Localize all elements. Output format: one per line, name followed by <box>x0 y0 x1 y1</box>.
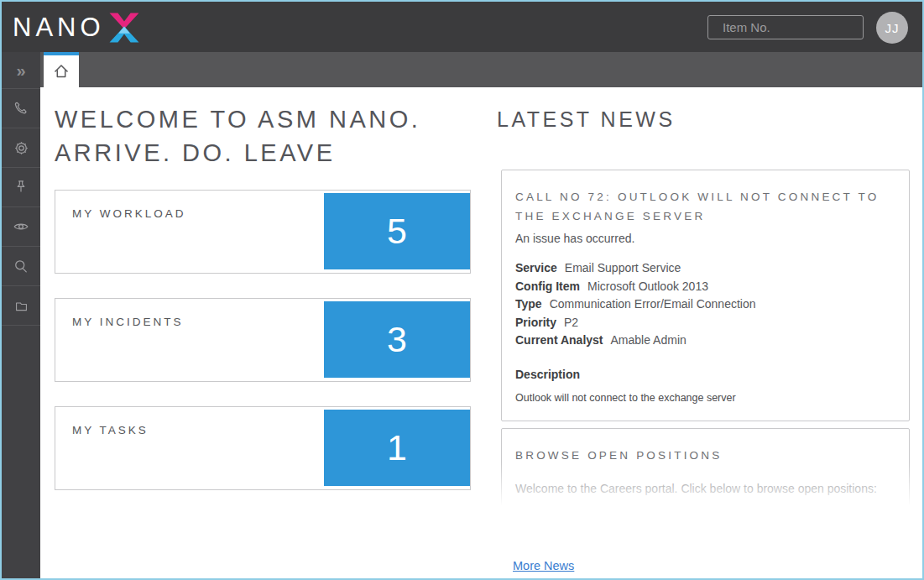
news-item-intro: Welcome to the Careers portal. Click bel… <box>515 482 895 495</box>
field-priority: Priority P2 <box>515 314 895 332</box>
field-label: Config Item <box>515 278 580 296</box>
sidebar-item-windows[interactable] <box>2 286 40 326</box>
main-content: WELCOME TO ASM NANO. ARRIVE. DO. LEAVE M… <box>40 87 922 578</box>
my-incidents-card[interactable]: MY INCIDENTS 3 <box>55 298 471 382</box>
sidebar-item-settings[interactable] <box>2 128 40 168</box>
sidebar-item-pinned[interactable] <box>2 168 40 207</box>
logo-text: NANO <box>13 14 105 40</box>
item-search-input[interactable] <box>723 20 890 34</box>
my-workload-card[interactable]: MY WORKLOAD 5 <box>55 190 471 274</box>
latest-news-heading: LATEST NEWS <box>497 107 676 132</box>
pin-icon <box>13 179 29 196</box>
field-config-item: Config Item Microsoft Outlook 2013 <box>515 278 895 296</box>
welcome-heading: WELCOME TO ASM NANO. ARRIVE. DO. LEAVE <box>55 102 420 170</box>
news-item-title[interactable]: CALL NO 72: OUTLOOK WILL NOT CONNECT TO … <box>515 187 895 226</box>
nano-logo[interactable]: NANO <box>13 10 140 44</box>
field-service: Service Email Support Service <box>515 259 895 278</box>
counter-cards: MY WORKLOAD 5 MY INCIDENTS 3 MY TASKS 1 <box>55 190 471 515</box>
gear-icon <box>13 139 30 157</box>
field-label: Type <box>515 295 542 314</box>
field-current-analyst: Current Analyst Amable Admin <box>515 332 895 350</box>
news-item-fields: Service Email Support Service Config Ite… <box>515 259 895 350</box>
news-panel: CALL NO 72: OUTLOOK WILL NOT CONNECT TO … <box>501 170 910 515</box>
eye-icon <box>12 217 30 236</box>
my-tasks-card[interactable]: MY TASKS 1 <box>55 406 471 490</box>
news-item-call-72: CALL NO 72: OUTLOOK WILL NOT CONNECT TO … <box>501 170 910 421</box>
description-label: Description <box>515 368 895 381</box>
item-search-box <box>707 15 864 39</box>
sidebar-item-watch[interactable] <box>2 207 40 247</box>
field-label: Current Analyst <box>515 332 603 350</box>
field-value: P2 <box>564 314 578 332</box>
tab-home[interactable] <box>44 52 79 87</box>
field-value: Microsoft Outlook 2013 <box>587 278 708 296</box>
description-text: Outlook will not connect to the exchange… <box>515 392 895 404</box>
field-value: Communication Error/Email Connection <box>550 295 756 314</box>
field-value: Amable Admin <box>611 332 686 350</box>
search-icon <box>13 258 29 274</box>
tab-bar <box>40 52 922 87</box>
phone-icon <box>13 100 30 118</box>
news-item-open-positions: BROWSE OPEN POSITIONS Welcome to the Car… <box>501 428 910 515</box>
window-icon <box>13 298 29 314</box>
field-label: Service <box>515 259 557 278</box>
double-chevron-right-icon: » <box>16 62 25 79</box>
field-label: Priority <box>515 314 556 332</box>
icon-sidebar: » <box>2 52 40 578</box>
my-incidents-label: MY INCIDENTS <box>72 316 184 328</box>
user-avatar[interactable]: JJ <box>876 12 908 44</box>
news-item-intro: An issue has occurred. <box>515 232 895 245</box>
sidebar-item-calls[interactable] <box>2 89 40 128</box>
app-header: NANO JJ <box>2 2 922 52</box>
my-incidents-count: 3 <box>324 301 470 378</box>
my-workload-count: 5 <box>324 193 470 269</box>
news-item-extra: Work with us! <box>515 506 895 515</box>
my-tasks-label: MY TASKS <box>72 424 149 436</box>
more-news-link[interactable]: More News <box>513 559 574 572</box>
sidebar-item-expand[interactable]: » <box>2 52 40 89</box>
nano-x-logo-icon <box>108 12 140 44</box>
sidebar-item-search[interactable] <box>2 247 40 286</box>
my-tasks-count: 1 <box>324 410 470 486</box>
my-workload-label: MY WORKLOAD <box>72 207 186 220</box>
asm-nano-dashboard: { "header": { "logo_text": "NANO", "sear… <box>0 0 924 580</box>
field-value: Email Support Service <box>565 259 681 278</box>
news-item-title[interactable]: BROWSE OPEN POSITIONS <box>515 446 895 465</box>
field-type: Type Communication Error/Email Connectio… <box>515 295 895 314</box>
home-icon <box>51 61 71 81</box>
